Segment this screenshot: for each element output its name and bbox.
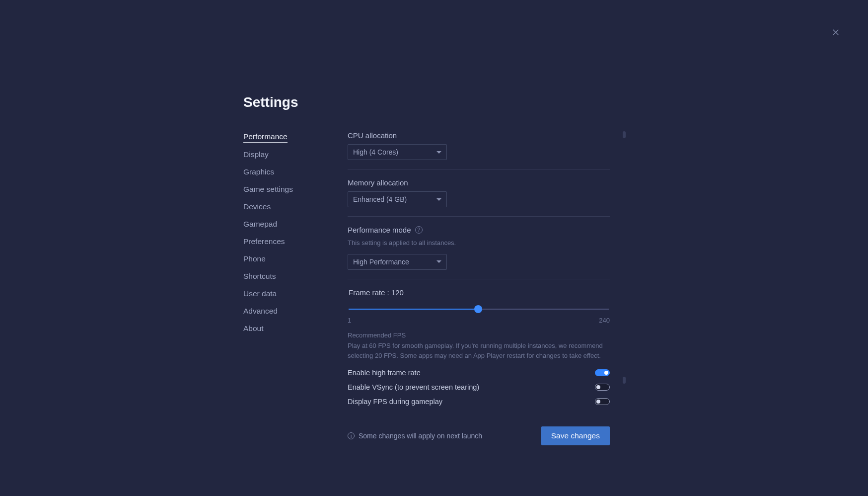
sidebar-item-preferences[interactable]: Preferences xyxy=(243,237,285,247)
sidebar-item-graphics[interactable]: Graphics xyxy=(243,167,274,177)
cpu-select-value: High (4 Cores) xyxy=(353,148,398,156)
settings-sidebar: Performance Display Graphics Game settin… xyxy=(243,131,348,334)
toggle-high-frame-label: Enable high frame rate xyxy=(348,369,421,377)
toggle-high-frame-row: Enable high frame rate xyxy=(348,369,610,377)
frame-rate-label: Frame rate : 120 xyxy=(349,288,610,297)
footer: i Some changes will apply on next launch… xyxy=(348,426,610,445)
frame-rate-value: 120 xyxy=(391,288,404,297)
close-button[interactable] xyxy=(829,26,842,39)
sidebar-item-user-data[interactable]: User data xyxy=(243,289,277,299)
recommended-fps-title: Recommended FPS xyxy=(348,331,610,339)
slider-max: 240 xyxy=(599,317,610,324)
scrollbar-top[interactable] xyxy=(623,131,626,138)
sidebar-item-about[interactable]: About xyxy=(243,324,264,334)
settings-panel: Settings Performance Display Graphics Ga… xyxy=(243,94,626,445)
cpu-section: CPU allocation High (4 Cores) xyxy=(348,131,610,169)
toggle-fps-display[interactable] xyxy=(595,398,610,405)
toggle-high-frame[interactable] xyxy=(595,369,610,376)
performance-mode-label: Performance mode ? xyxy=(348,226,610,234)
sidebar-item-advanced[interactable]: Advanced xyxy=(243,307,278,317)
toggle-vsync-label: Enable VSync (to prevent screen tearing) xyxy=(348,383,479,391)
sidebar-item-game-settings[interactable]: Game settings xyxy=(243,185,293,195)
caret-down-icon xyxy=(436,151,441,154)
footer-note-text: Some changes will apply on next launch xyxy=(359,432,482,440)
page-title: Settings xyxy=(243,94,626,110)
cpu-select[interactable]: High (4 Cores) xyxy=(348,144,447,160)
slider-ticks: 1 240 xyxy=(348,317,610,324)
toggle-knob xyxy=(596,400,600,404)
close-icon xyxy=(831,28,840,37)
performance-mode-label-text: Performance mode xyxy=(348,226,411,234)
sidebar-item-shortcuts[interactable]: Shortcuts xyxy=(243,272,276,282)
memory-select[interactable]: Enhanced (4 GB) xyxy=(348,191,447,207)
toggle-vsync-row: Enable VSync (to prevent screen tearing) xyxy=(348,383,610,391)
toggle-knob xyxy=(596,385,600,389)
toggle-fps-display-row: Display FPS during gameplay xyxy=(348,398,610,406)
cpu-label: CPU allocation xyxy=(348,131,610,140)
sidebar-item-display[interactable]: Display xyxy=(243,150,269,160)
toggle-knob xyxy=(604,371,608,375)
sidebar-item-devices[interactable]: Devices xyxy=(243,202,271,212)
frame-rate-label-prefix: Frame rate : xyxy=(349,288,391,297)
caret-down-icon xyxy=(436,260,441,263)
recommended-fps-body: Play at 60 FPS for smooth gameplay. If y… xyxy=(348,341,610,361)
toggle-fps-display-label: Display FPS during gameplay xyxy=(348,398,442,406)
sidebar-item-performance[interactable]: Performance xyxy=(243,132,288,143)
performance-mode-value: High Performance xyxy=(353,258,409,266)
toggle-vsync[interactable] xyxy=(595,384,610,391)
sidebar-item-gamepad[interactable]: Gamepad xyxy=(243,220,277,230)
sidebar-item-phone[interactable]: Phone xyxy=(243,254,266,264)
performance-mode-select[interactable]: High Performance xyxy=(348,254,447,270)
frame-rate-slider[interactable]: 1 240 xyxy=(348,307,610,325)
scrollbar-bottom[interactable] xyxy=(623,377,626,384)
caret-down-icon xyxy=(436,198,441,201)
memory-section: Memory allocation Enhanced (4 GB) xyxy=(348,178,610,217)
frame-rate-section: Frame rate : 120 1 240 Recommended FPS P… xyxy=(348,288,610,406)
footer-note: i Some changes will apply on next launch xyxy=(348,432,482,440)
settings-content: CPU allocation High (4 Cores) Memory all… xyxy=(348,131,626,445)
help-icon[interactable]: ? xyxy=(415,226,423,234)
performance-mode-section: Performance mode ? This setting is appli… xyxy=(348,226,610,279)
slider-track-filled xyxy=(349,309,479,310)
slider-handle[interactable] xyxy=(474,305,482,313)
performance-mode-note: This setting is applied to all instances… xyxy=(348,239,610,248)
save-changes-button[interactable]: Save changes xyxy=(541,426,610,445)
info-icon: i xyxy=(348,432,355,439)
memory-label: Memory allocation xyxy=(348,178,610,187)
slider-min: 1 xyxy=(348,317,351,324)
memory-select-value: Enhanced (4 GB) xyxy=(353,195,407,203)
